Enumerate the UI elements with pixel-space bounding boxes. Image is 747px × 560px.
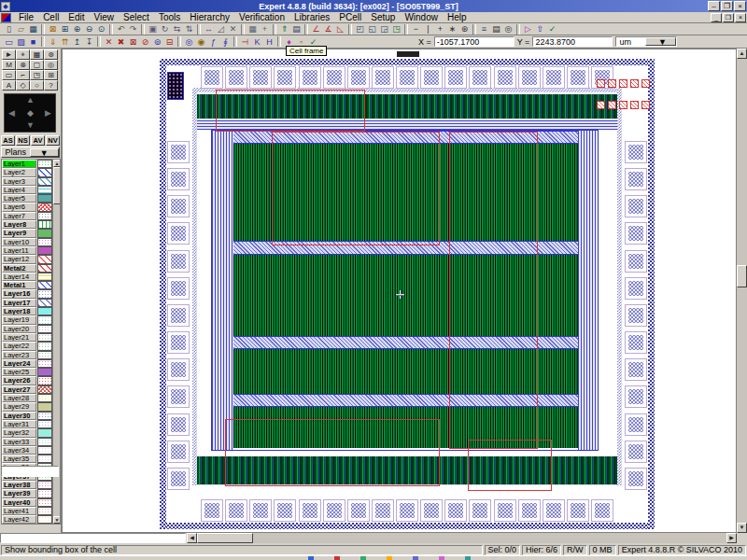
doc-down-button[interactable]: ↧	[83, 36, 95, 48]
taskbar-icon[interactable]	[360, 556, 366, 560]
ruler-button[interactable]: ∠	[310, 23, 322, 35]
scrollbar-thumb[interactable]	[737, 265, 747, 287]
redo-button[interactable]: ↷	[127, 23, 139, 35]
restore-button[interactable]: ⊚	[151, 36, 163, 48]
layer-row-layer25[interactable]: Layer25	[2, 368, 54, 376]
layer-row-layer28[interactable]: Layer28	[2, 394, 54, 402]
zoom-window-button[interactable]: ⊞	[59, 23, 71, 35]
layer-row-layer41[interactable]: Layer41	[2, 507, 54, 515]
menu-select[interactable]: Select	[119, 12, 154, 22]
restore-button[interactable]: ❐	[721, 1, 733, 11]
plans-dropdown[interactable]: Plans ▼	[1, 147, 60, 158]
diamond-tool[interactable]: ◇	[16, 80, 30, 91]
taskbar-icon[interactable]	[465, 556, 471, 560]
open-cell-button[interactable]: ▱	[15, 23, 27, 35]
layer-row-layer39[interactable]: Layer39	[2, 489, 54, 497]
polygon-tool[interactable]: ○	[30, 80, 44, 91]
move-button[interactable]: ↔	[203, 23, 215, 35]
zoom-in-button[interactable]: ⊕	[71, 23, 83, 35]
doc-up-button[interactable]: ↥	[71, 36, 83, 48]
filter-av[interactable]: AV	[31, 135, 45, 146]
region-tool[interactable]: ▦	[30, 49, 44, 60]
filter-as[interactable]: AS	[1, 135, 15, 146]
fill-region-button[interactable]: ■	[27, 36, 39, 48]
scroll-down-icon[interactable]: ▼	[53, 516, 61, 524]
hatch-region-button[interactable]: ▨	[15, 36, 27, 48]
grid-tool[interactable]: ⊞	[44, 70, 58, 80]
layer-row-layer12[interactable]: Layer12	[2, 255, 54, 263]
net-tool[interactable]: ⊗	[16, 60, 30, 70]
zoom-previous-button[interactable]: ⊙	[95, 23, 107, 35]
taskbar-sliver[interactable]	[0, 555, 747, 560]
menu-file[interactable]: File	[14, 12, 38, 22]
mdi-close-button[interactable]: ×	[735, 13, 746, 22]
layout-canvas[interactable]	[62, 49, 737, 533]
delete-net-button[interactable]: ✖	[115, 36, 127, 48]
menu-cell[interactable]: Cell	[38, 12, 63, 22]
flip-vertical-button[interactable]: ⇅	[183, 23, 195, 35]
y-coordinate-input[interactable]	[532, 36, 613, 47]
purge-button[interactable]: ⊘	[139, 36, 151, 48]
layer-row-layer24[interactable]: Layer24	[2, 359, 54, 368]
layer-filter-input[interactable]	[1, 466, 59, 477]
delete-box-button[interactable]: ⊠	[127, 36, 139, 48]
pan-center-icon[interactable]: ◆	[27, 109, 34, 118]
menu-window[interactable]: Window	[400, 12, 443, 22]
flip-horizontal-button[interactable]: ⇆	[171, 23, 183, 35]
menu-pcell[interactable]: PCell	[334, 12, 366, 22]
layer-row-layer38[interactable]: Layer38	[2, 481, 54, 489]
print-button[interactable]: ▤	[490, 23, 502, 35]
layer-row-metal2[interactable]: Metal2	[2, 264, 54, 273]
scroll-left-icon[interactable]: ◀	[187, 533, 197, 543]
probe-button[interactable]: ◎	[183, 36, 195, 48]
window-titlebar[interactable]: ◆ Expert 4.8.8 (build 3634): [ex002] - […	[0, 0, 747, 12]
layer-row-layer29[interactable]: Layer29	[2, 402, 54, 411]
layer-row-layer17[interactable]: Layer17	[2, 299, 54, 307]
window-tile-button[interactable]: ◱	[366, 23, 378, 35]
slope-button[interactable]: ◺	[334, 23, 346, 35]
x-coordinate-input[interactable]	[434, 36, 514, 47]
mdi-restore-button[interactable]: ❐	[723, 13, 734, 22]
taskbar-icon[interactable]	[334, 556, 340, 560]
pan-right-icon[interactable]: ▶	[45, 109, 51, 118]
pan-down-icon[interactable]: ▼	[26, 121, 35, 130]
horizontal-scrollbar[interactable]: ◀ ▶	[187, 533, 737, 543]
menu-libraries[interactable]: Libraries	[289, 12, 334, 22]
highlight-button[interactable]: ◉	[195, 36, 207, 48]
minimize-button[interactable]: –	[708, 1, 720, 11]
layer-row-layer30[interactable]: Layer30	[2, 412, 54, 420]
layer-row-layer40[interactable]: Layer40	[2, 498, 54, 507]
pan-up-icon[interactable]: ▲	[26, 96, 35, 105]
h-tool-button[interactable]: H	[263, 36, 275, 48]
k-tool-button[interactable]: K	[251, 36, 263, 48]
layer-row-layer22[interactable]: Layer22	[2, 342, 54, 350]
save-cell-button[interactable]: ▦	[27, 23, 39, 35]
message-field[interactable]	[0, 533, 186, 543]
zoom-out-button[interactable]: ⊖	[83, 23, 95, 35]
menu-help[interactable]: Help	[443, 12, 472, 22]
cut-button[interactable]: ✕	[227, 23, 239, 35]
undo-button[interactable]: ↶	[115, 23, 127, 35]
save-view-button[interactable]: ▤	[290, 23, 303, 35]
scroll-up-icon[interactable]: ▲	[53, 160, 61, 167]
taskbar-icon[interactable]	[439, 556, 444, 560]
layer-row-layer5[interactable]: Layer5	[2, 194, 54, 203]
close-button[interactable]: ×	[734, 1, 746, 11]
trim-button[interactable]: ⊟	[163, 36, 176, 48]
flag-button[interactable]: ▷	[522, 23, 534, 35]
unit-select[interactable]: um ▼	[615, 36, 677, 47]
layer-row-layer26[interactable]: Layer26	[2, 376, 54, 385]
window-new-button[interactable]: ◰	[354, 23, 366, 35]
cursor-cross-button[interactable]: +	[434, 23, 446, 35]
measure-tool[interactable]: M	[2, 60, 16, 70]
layer-row-layer42[interactable]: Layer42	[2, 515, 54, 524]
flash-tool[interactable]: ⊛	[44, 49, 58, 60]
rect-select-button[interactable]: ▭	[3, 36, 15, 48]
layer-row-layer31[interactable]: Layer31	[2, 420, 54, 428]
find-button[interactable]: ◎	[502, 23, 514, 35]
layer-row-layer21[interactable]: Layer21	[2, 333, 54, 342]
layer-row-layer1[interactable]: Layer1	[2, 160, 54, 168]
vertical-scrollbar[interactable]: ▲ ▼	[737, 49, 747, 533]
draft-mode-button[interactable]: ⊠	[47, 23, 59, 35]
delete-button[interactable]: ✕	[103, 36, 115, 48]
